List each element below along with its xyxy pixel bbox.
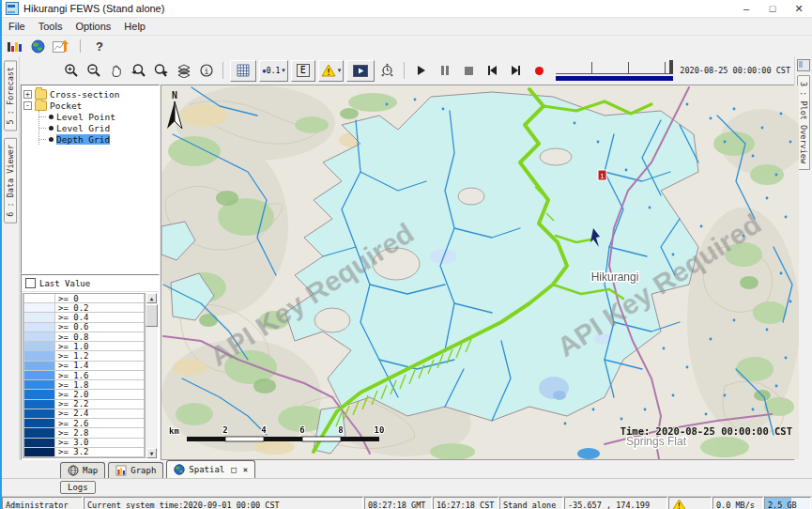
zoom-next-icon[interactable] [151,61,171,81]
svg-text:1: 1 [600,172,605,180]
status-mode: Stand alone [499,497,563,509]
warning-icon: ! [321,64,336,77]
explorer-icon[interactable] [6,40,23,52]
legend-row: >= 2.6 [23,419,145,428]
legend-scale: >= 0 >= 0.2 >= 0.4 >= 0.6 >= 0.8 >= 1.0 … [23,293,145,458]
tree-label: Level Grid [56,123,110,133]
globe-icon [174,464,185,475]
chart-shortcut-icon[interactable] [53,39,69,54]
animation-button[interactable] [346,60,375,82]
timeline-thumb[interactable] [669,60,673,74]
zoom-previous-icon[interactable] [129,61,148,81]
panel-toggle-icon[interactable] [797,59,810,71]
locality-label: Springs Flat [626,435,687,448]
tab-forecast[interactable]: 5 : Forecast [4,60,17,131]
status-local-time: 16:27:18 CST [433,497,498,509]
svg-text:!: ! [677,502,682,509]
layer-tree: + Cross-section - Pocket Lev [21,85,160,274]
interval-dropdown[interactable]: ● 0.1 ▾ [259,60,288,82]
tree-node-level-grid[interactable]: Level Grid [39,122,157,133]
map-toolbar: i ● 0.1 ▾ E ! ▾ [20,56,794,85]
legend-row: >= 2.4 [23,409,145,419]
scroll-thumb[interactable] [146,304,158,327]
logs-button[interactable]: Logs [60,481,96,494]
grid-toggle-button[interactable] [230,60,256,82]
toolbar-separator [222,62,223,79]
menu-options[interactable]: Options [69,21,117,32]
map-time-label: Time: 2020-08-25 00:00:00 CST [620,425,792,437]
tab-map[interactable]: Map [60,462,105,478]
warning-icon: ! [672,499,686,509]
timeline-track[interactable] [556,62,673,74]
tab-map-label: Map [83,466,98,475]
menu-tools[interactable]: Tools [32,21,69,32]
svg-text:km: km [169,426,179,436]
tab-spatial[interactable]: Spatial □ ✕ [166,460,255,478]
gauge-button[interactable]: E [291,60,315,82]
close-button[interactable]: ✕ [786,1,812,17]
left-panel: + Cross-section - Pocket Lev [20,85,161,460]
tree-node-level-point[interactable]: Level Point [39,111,157,122]
menu-help[interactable]: Help [117,21,152,32]
main-toolbar: ? [2,36,812,56]
left-tab-strip: 5 : Forecast 6 : Data Viewer [2,56,20,460]
expand-icon[interactable]: + [23,90,32,99]
tab-graph[interactable]: Graph [108,462,163,478]
step-forward-button[interactable] [505,61,526,80]
status-warning[interactable]: ! [668,497,712,509]
zoom-out-icon[interactable] [84,61,103,81]
tree-label: Cross-section [50,89,119,100]
maximize-button[interactable]: □ [759,1,786,17]
step-back-button[interactable] [482,61,502,80]
svg-text:10: 10 [375,425,385,435]
map-canvas[interactable]: API Key Required API Key Required 1 Hiku… [161,85,799,459]
legend-row: >= 0 [23,294,145,303]
pause-button[interactable] [435,61,455,80]
layers-icon[interactable] [174,61,193,81]
last-value-checkbox[interactable] [25,278,36,288]
info-icon[interactable]: i [196,61,216,81]
menu-file[interactable]: File [2,21,32,32]
tab-close-icon[interactable]: ✕ [243,465,248,474]
pan-hand-icon[interactable] [106,61,126,81]
warning-dropdown[interactable]: ! ▾ [318,60,345,82]
interval-value: 0.1 [267,67,280,75]
tab-maximize-icon[interactable]: □ [231,465,236,474]
bar-chart-icon [115,465,127,476]
legend-row: >= 2.8 [23,428,145,438]
minimize-button[interactable]: – [733,1,759,17]
tree-node-depth-grid[interactable]: Depth Grid [39,133,157,145]
collapse-icon[interactable]: - [23,101,32,110]
map-display-icon[interactable] [31,39,45,54]
map-view[interactable]: API Key Required API Key Required 1 Hiku… [161,85,794,460]
svg-text:i: i [204,67,208,76]
play-button[interactable] [411,61,432,80]
tree-node-cross-section[interactable]: + Cross-section [23,88,157,100]
tab-plot-overview[interactable]: 3 : Plot Overview [797,75,810,170]
tree-node-pocket[interactable]: - Pocket [23,100,157,111]
scroll-down-icon[interactable]: ▼ [146,448,157,458]
legend-row: >= 0.8 [23,332,145,342]
toolbar-separator [80,39,81,53]
stop-button[interactable] [458,61,479,80]
logs-row: Logs [2,479,812,496]
title-bar: Hikurangi FEWS (Stand alone) – □ ✕ [2,0,812,18]
bottom-tab-bar: Map Graph Spatial □ ✕ [2,460,812,479]
wire-globe-icon [68,465,79,476]
help-icon[interactable]: ? [92,39,107,54]
tab-data-viewer[interactable]: 6 : Data Viewer [4,138,17,224]
timeline-slider[interactable] [556,59,673,82]
legend-row: >= 0.4 [23,313,145,322]
scroll-up-icon[interactable]: ▲ [146,293,157,303]
status-transfer-rate: 0.0 MB/s [712,497,763,509]
record-button[interactable] [529,61,549,80]
legend-scrollbar[interactable]: ▲ ▼ [145,293,158,458]
set-time-icon[interactable] [377,61,397,81]
app-icon [6,2,19,15]
status-memory: 2.5 GB [764,497,811,509]
tree-label: Level Point [56,112,115,122]
tree-label-selected: Depth Grid [56,134,110,145]
legend-row: >= 1.6 [23,371,145,380]
road-shield: 1 [598,170,606,180]
zoom-in-icon[interactable] [61,61,81,81]
